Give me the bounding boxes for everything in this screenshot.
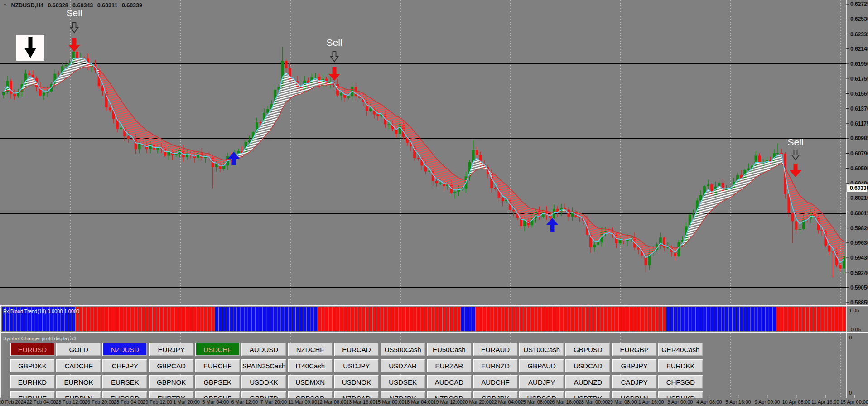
symbol-button-cadjpy[interactable]: CADJPY: [612, 375, 657, 389]
svg-text:0.62725: 0.62725: [850, 1, 868, 7]
symbol-button-gbpnok[interactable]: GBPNOK: [149, 375, 194, 389]
symbol-button-eurdkk[interactable]: EURDKK: [658, 359, 703, 372]
time-axis-label: 29 Feb 12:00: [143, 399, 172, 405]
svg-text:1.05: 1.05: [849, 308, 859, 313]
svg-text:0.60790: 0.60790: [850, 150, 868, 157]
svg-text:0.62335: 0.62335: [850, 31, 868, 38]
time-axis-label: 28 Mar 00:00: [579, 399, 608, 405]
svg-text:0.61565: 0.61565: [850, 91, 868, 97]
symbol-button-eurchf[interactable]: EURCHF: [195, 359, 240, 372]
svg-text:0.58855: 0.58855: [850, 300, 868, 306]
symbol-button-us100cash[interactable]: US100Cash: [519, 343, 564, 356]
svg-text:0.59050: 0.59050: [850, 285, 868, 291]
time-axis-label: 20 Mar 20:00: [462, 399, 492, 405]
svg-text:0.61755: 0.61755: [850, 76, 868, 82]
time-axis-label: 9 Apr 00:00: [754, 399, 780, 405]
svg-text:0.62145: 0.62145: [850, 46, 868, 52]
svg-text:0.61175: 0.61175: [850, 121, 868, 127]
symbol-button-it40cash[interactable]: IT40Cash: [288, 359, 333, 372]
symbol-button-eurhkd[interactable]: EURHKD: [10, 375, 55, 389]
time-axis[interactable]: 20 Feb 202422 Feb 04:0023 Feb 12:0026 Fe…: [0, 398, 868, 406]
symbol-button-audjpy[interactable]: AUDJPY: [519, 375, 564, 389]
time-axis-label: 5 Apr 16:00: [725, 399, 751, 405]
sell-label: Sell: [787, 137, 803, 147]
mt4-chart-window: SellSellSell0.627250.625300.623350.62145…: [0, 0, 868, 406]
symbol-button-gbpcad[interactable]: GBPCAD: [149, 359, 194, 372]
symbol-button-gbpjpy[interactable]: GBPJPY: [612, 359, 657, 372]
time-axis-label: 6 Mar 12:00: [231, 399, 258, 405]
symbol-button-eurgbp[interactable]: EURGBP: [612, 343, 657, 356]
ohlc-low: 0.60311: [97, 2, 118, 9]
sell-label: Sell: [66, 8, 82, 18]
svg-text:0.60985: 0.60985: [850, 135, 868, 141]
symbol-button-eurcad[interactable]: EURCAD: [334, 343, 379, 356]
time-axis-label: 19 Mar 12:00: [433, 399, 463, 405]
time-axis-label: 26 Mar 16:00: [549, 399, 579, 405]
time-axis-label: 26 Feb 20:00: [85, 399, 114, 405]
symbol-button-gbpsek[interactable]: GBPSEK: [195, 375, 240, 389]
svg-text:0: 0: [849, 390, 852, 396]
symbol-button-us500cash[interactable]: US500Cash: [381, 343, 425, 356]
symbol-button-spain35cash[interactable]: SPAIN35Cash: [241, 359, 286, 372]
svg-text:0.61370: 0.61370: [850, 106, 868, 112]
symbol-button-nzdchf[interactable]: NZDCHF: [288, 343, 333, 356]
symbol-button-usddkk[interactable]: USDDKK: [241, 375, 286, 389]
svg-text:0.60595: 0.60595: [850, 165, 868, 172]
symbol-button-euraud[interactable]: EURAUD: [473, 343, 518, 356]
time-axis-label: 29 Mar 08:00: [608, 399, 637, 405]
symbol-changer-label: Symbol Changer profit display v3: [3, 336, 76, 341]
symbol-button-eurusd[interactable]: EURUSD: [10, 343, 55, 356]
symbol-button-usdmxn[interactable]: USDMXN: [288, 375, 333, 389]
time-axis-label: 5 Mar 04:00: [202, 399, 229, 405]
symbol-button-usdnok[interactable]: USDNOK: [334, 375, 379, 389]
time-axis-label: 1 Mar 20:00: [173, 399, 200, 405]
symbol-button-eurnzd[interactable]: EURNZD: [473, 359, 518, 372]
svg-text:-0.05: -0.05: [849, 327, 861, 332]
time-axis-label: 12 Mar 08:00: [317, 399, 347, 405]
svg-text:0.62530: 0.62530: [850, 16, 868, 22]
symbol-button-cadchf[interactable]: CADCHF: [56, 359, 101, 372]
svg-text:0.59240: 0.59240: [850, 270, 868, 276]
symbol-button-gbpusd[interactable]: GBPUSD: [565, 343, 610, 356]
time-axis-label: 22 Feb 04:00: [27, 399, 56, 405]
bitmap-arrow-marker[interactable]: [16, 35, 44, 61]
symbol-button-gold[interactable]: GOLD: [56, 343, 101, 356]
symbol-button-nzdusd[interactable]: NZDUSD: [102, 343, 147, 356]
svg-text:0.59435: 0.59435: [850, 255, 868, 261]
symbol-button-gbpdkk[interactable]: GBPDKK: [10, 359, 55, 372]
symbol-button-usdsek[interactable]: USDSEK: [381, 375, 425, 389]
chart-title: ▼ NZDUSD,H4 0.60328 0.60343 0.60311 0.60…: [3, 2, 145, 9]
svg-text:0.59630: 0.59630: [850, 240, 868, 246]
symbol-button-eurnok[interactable]: EURNOK: [56, 375, 101, 389]
symbol-button-usdzar[interactable]: USDZAR: [381, 359, 425, 372]
symbol-button-eu50cash[interactable]: EU50Cash: [427, 343, 472, 356]
symbol-button-ger40cash[interactable]: GER40Cash: [658, 343, 703, 356]
ohlc-close: 0.60339: [122, 2, 142, 9]
symbol-dropdown-icon[interactable]: ▼: [3, 3, 7, 7]
symbol-button-eurzar[interactable]: EURZAR: [427, 359, 472, 372]
symbol-button-audchf[interactable]: AUDCHF: [473, 375, 518, 389]
symbol-button-eurjpy[interactable]: EURJPY: [149, 343, 194, 356]
time-axis-label: 1 Apr 16:00: [638, 399, 664, 405]
svg-text:0: 0: [849, 335, 852, 340]
time-axis-label: 15 Apr 00:00: [840, 399, 868, 405]
indicator-name-label: Fx-Blood Trend(18) 0.0000 1.0000: [3, 309, 79, 314]
time-axis-label: 4 Apr 08:00: [696, 399, 722, 405]
time-axis-label: 10 Apr 08:00: [782, 399, 810, 405]
symbol-button-chfjpy[interactable]: CHFJPY: [102, 359, 147, 372]
symbol-button-usdjpy[interactable]: USDJPY: [334, 359, 379, 372]
symbol-button-usdchf[interactable]: USDCHF: [195, 343, 240, 356]
symbol-button-usdcad[interactable]: USDCAD: [565, 359, 610, 372]
time-axis-label: 13 Mar 16:00: [346, 399, 376, 405]
time-axis-label: 11 Apr 16:00: [811, 399, 839, 405]
symbol-button-audnzd[interactable]: AUDNZD: [565, 375, 610, 389]
symbol-button-audusd[interactable]: AUDUSD: [241, 343, 286, 356]
time-axis-label: 7 Mar 20:00: [260, 399, 287, 405]
current-price-value: 0.60339: [850, 185, 868, 191]
symbol-button-eursek[interactable]: EURSEK: [102, 375, 147, 389]
symbol-button-gbpaud[interactable]: GBPAUD: [519, 359, 564, 372]
ohlc-open: 0.60328: [48, 2, 68, 9]
symbol-button-chfsgd[interactable]: CHFSGD: [658, 375, 703, 389]
time-axis-label: 3 Apr 00:00: [667, 399, 693, 405]
symbol-button-audcad[interactable]: AUDCAD: [427, 375, 472, 389]
